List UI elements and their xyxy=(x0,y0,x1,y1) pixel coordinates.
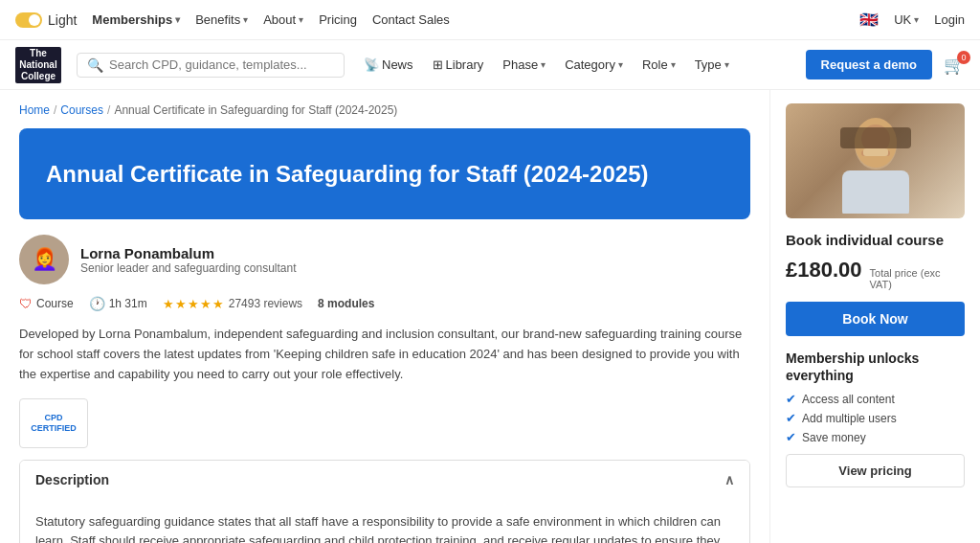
uk-flag[interactable]: 🇬🇧 xyxy=(859,11,879,29)
instructor-photo xyxy=(786,103,965,218)
duration-value: 1h 31m xyxy=(109,297,147,310)
cpd-badge: CPD CERTIFIED xyxy=(19,398,750,448)
description-chevron-icon: ∧ xyxy=(724,472,734,487)
price-note: Total price (exc VAT) xyxy=(870,267,965,290)
category-nav-item[interactable]: Category ▾ xyxy=(557,52,631,78)
description-content: Statutory safeguarding guidance states t… xyxy=(20,499,749,543)
search-box[interactable]: 🔍 xyxy=(77,53,345,78)
memberships-chevron-icon: ▾ xyxy=(175,14,180,25)
course-label: Course xyxy=(36,297,74,310)
author-name: Lorna Ponambalum xyxy=(80,245,297,261)
main-nav: The National College 🔍 📡 News ⊞ Library … xyxy=(0,40,980,90)
cpd-logo: CPD CERTIFIED xyxy=(19,398,88,448)
breadcrumb-home[interactable]: Home xyxy=(19,103,50,117)
logo-box: The National College xyxy=(15,47,61,83)
benefits-chevron-icon: ▾ xyxy=(243,14,248,25)
news-nav-item[interactable]: 📡 News xyxy=(356,52,421,78)
about-chevron-icon: ▾ xyxy=(299,14,303,25)
membership-unlocks-title: Membership unlocks everything xyxy=(786,350,965,384)
check-icon-3: ✔ xyxy=(786,430,796,444)
cart-badge: 0 xyxy=(957,51,970,64)
hero-card: Annual Certificate in Safeguarding for S… xyxy=(19,128,750,219)
search-input[interactable] xyxy=(109,57,334,72)
breadcrumb-current: Annual Certificate in Safeguarding for S… xyxy=(114,103,397,117)
price-row: £180.00 Total price (exc VAT) xyxy=(786,258,965,290)
left-panel: Home / Courses / Annual Certificate in S… xyxy=(0,90,769,543)
shield-icon: 🛡 xyxy=(19,296,33,311)
breadcrumb-sep1: / xyxy=(54,103,56,117)
login-button[interactable]: Login xyxy=(934,12,965,27)
breadcrumb-courses[interactable]: Courses xyxy=(60,103,103,117)
type-nav-item[interactable]: Type ▾ xyxy=(687,52,737,78)
description-label: Description xyxy=(35,472,109,487)
svg-rect-1 xyxy=(842,170,909,214)
author-section: 👩‍🦰 Lorna Ponambalum Senior leader and s… xyxy=(19,235,750,284)
course-type: 🛡 Course xyxy=(19,296,74,311)
content-area: Home / Courses / Annual Certificate in S… xyxy=(0,90,980,543)
cart-button[interactable]: 🛒 0 xyxy=(944,55,965,76)
memberships-link[interactable]: Memberships ▾ xyxy=(92,12,180,27)
type-chevron-icon: ▾ xyxy=(724,59,729,70)
uk-label[interactable]: UK ▾ xyxy=(894,12,919,27)
breadcrumb-sep2: / xyxy=(107,103,110,117)
benefit-1: ✔ Access all content xyxy=(786,392,965,406)
library-nav-item[interactable]: ⊞ Library xyxy=(425,52,492,78)
light-label: Light xyxy=(48,12,77,28)
view-pricing-button[interactable]: View pricing xyxy=(786,454,965,487)
clock-icon: 🕐 xyxy=(89,296,105,311)
check-icon-1: ✔ xyxy=(786,392,796,406)
benefits-link[interactable]: Benefits ▾ xyxy=(195,12,248,27)
benefit-2: ✔ Add multiple users xyxy=(786,411,965,425)
demo-button[interactable]: Request a demo xyxy=(806,50,932,79)
avatar-emoji: 👩‍🦰 xyxy=(32,247,57,272)
price-display: £180.00 xyxy=(786,258,862,283)
svg-rect-6 xyxy=(863,148,888,156)
logo[interactable]: The National College xyxy=(15,47,61,83)
benefit-3: ✔ Save money xyxy=(786,430,965,444)
reviews-count: 27493 reviews xyxy=(229,297,302,310)
meta-row: 🛡 Course 🕐 1h 31m ★★★★★ 27493 reviews 8 … xyxy=(19,296,750,311)
toggle-circle xyxy=(15,12,42,28)
news-icon: 📡 xyxy=(364,57,379,72)
top-nav: Light Memberships ▾ Benefits ▾ About ▾ P… xyxy=(0,0,980,40)
breadcrumb: Home / Courses / Annual Certificate in S… xyxy=(19,103,750,117)
modules-count: 8 modules xyxy=(318,297,374,310)
pricing-link[interactable]: Pricing xyxy=(319,12,357,27)
phase-chevron-icon: ▾ xyxy=(541,59,546,70)
phase-nav-item[interactable]: Phase ▾ xyxy=(495,52,553,78)
uk-chevron-icon: ▾ xyxy=(914,14,919,25)
library-icon: ⊞ xyxy=(433,57,443,72)
check-icon-2: ✔ xyxy=(786,411,796,425)
book-course-title: Book individual course xyxy=(786,232,965,248)
right-panel: Book individual course £180.00 Total pri… xyxy=(769,90,980,543)
theme-toggle[interactable]: Light xyxy=(15,12,77,28)
svg-rect-5 xyxy=(840,127,911,148)
rating-item: ★★★★★ 27493 reviews xyxy=(163,297,302,311)
description-panel: Description ∧ Statutory safeguarding gui… xyxy=(19,460,750,543)
search-icon: 🔍 xyxy=(87,57,103,73)
instructor-image xyxy=(833,108,919,214)
role-nav-item[interactable]: Role ▾ xyxy=(635,52,683,78)
book-now-button[interactable]: Book Now xyxy=(786,302,965,336)
contact-link[interactable]: Contact Sales xyxy=(372,12,450,27)
category-chevron-icon: ▾ xyxy=(618,59,623,70)
course-title: Annual Certificate in Safeguarding for S… xyxy=(46,159,724,189)
description-header[interactable]: Description ∧ xyxy=(20,461,749,499)
about-link[interactable]: About ▾ xyxy=(263,12,303,27)
stars-display: ★★★★★ xyxy=(163,297,225,311)
modules-item: 8 modules xyxy=(318,297,374,310)
author-info: Lorna Ponambalum Senior leader and safeg… xyxy=(80,245,297,275)
course-description: Developed by Lorna Ponambalum, independe… xyxy=(19,325,750,384)
main-nav-items: 📡 News ⊞ Library Phase ▾ Category ▾ Role… xyxy=(356,52,737,78)
top-nav-right: 🇬🇧 UK ▾ Login xyxy=(859,11,965,29)
role-chevron-icon: ▾ xyxy=(671,59,676,70)
author-role: Senior leader and safeguarding consultan… xyxy=(80,261,297,275)
duration-item: 🕐 1h 31m xyxy=(89,296,147,311)
toggle-dot xyxy=(29,14,40,26)
avatar: 👩‍🦰 xyxy=(19,235,69,284)
membership-box: Membership unlocks everything ✔ Access a… xyxy=(786,350,965,444)
